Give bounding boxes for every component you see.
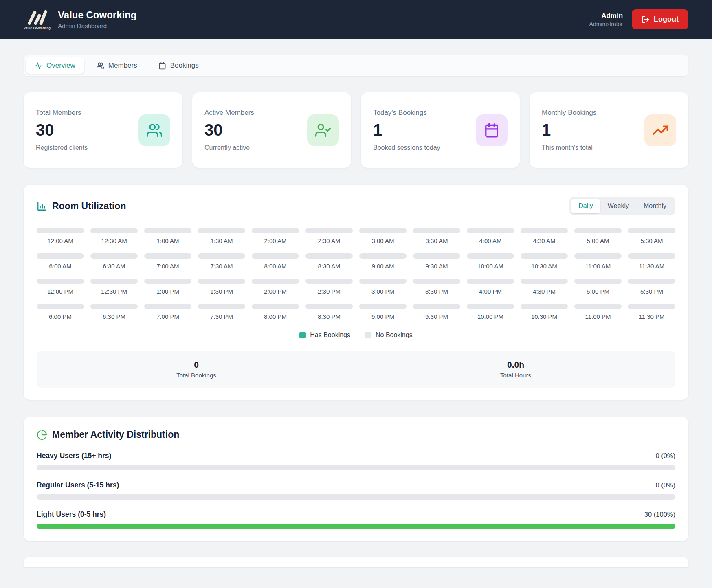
activity-row: Regular Users (5-15 hrs)0 (0%) xyxy=(37,481,675,500)
stats-row: Total Members 30 Registered clients Acti… xyxy=(24,92,688,168)
slot-time-label: 1:00 PM xyxy=(144,288,191,295)
slot-indicator xyxy=(252,253,299,259)
logout-icon xyxy=(642,15,650,24)
time-slot: 12:00 AM xyxy=(37,228,84,244)
time-slot: 2:30 PM xyxy=(305,279,353,295)
slot-indicator xyxy=(467,228,514,233)
time-slot: 5:30 PM xyxy=(628,279,675,295)
slot-time-label: 9:30 AM xyxy=(413,263,460,270)
slot-time-label: 1:00 AM xyxy=(144,237,191,244)
slot-indicator xyxy=(305,304,353,309)
time-slot: 11:30 PM xyxy=(628,304,675,320)
slot-indicator xyxy=(359,228,407,233)
activity-row: Light Users (0-5 hrs)30 (100%) xyxy=(37,510,675,529)
stat-value: 1 xyxy=(542,121,596,139)
activity-row: Heavy Users (15+ hrs)0 (0%) xyxy=(37,452,675,470)
slot-time-label: 2:30 AM xyxy=(305,237,353,244)
time-slot: 1:30 PM xyxy=(198,279,245,295)
tab-bookings[interactable]: Bookings xyxy=(149,57,208,74)
stat-subtitle: Currently active xyxy=(204,144,254,151)
tab-overview-label: Overview xyxy=(46,61,75,70)
member-activity-panel: Member Activity Distribution Heavy Users… xyxy=(24,417,688,541)
activity-progress-track xyxy=(37,465,675,470)
slot-indicator xyxy=(198,279,245,284)
slot-indicator xyxy=(198,228,245,233)
slot-indicator xyxy=(37,253,84,259)
slot-time-label: 3:30 PM xyxy=(413,288,460,295)
time-slot: 9:30 PM xyxy=(413,304,460,320)
slot-time-label: 4:30 AM xyxy=(521,237,568,244)
time-slot: 10:00 AM xyxy=(467,253,514,270)
slot-indicator xyxy=(628,253,675,259)
stat-value: 30 xyxy=(36,121,88,139)
slot-indicator xyxy=(413,304,460,309)
logout-button[interactable]: Logout xyxy=(632,9,688,29)
stat-title: Total Members xyxy=(36,109,88,117)
slot-time-label: 4:30 PM xyxy=(521,288,568,295)
view-toggle: DailyWeeklyMonthly xyxy=(569,197,675,215)
slot-time-label: 4:00 PM xyxy=(467,288,514,295)
slot-time-label: 12:00 AM xyxy=(37,237,84,244)
calendar-icon xyxy=(476,114,508,146)
slot-time-label: 8:30 AM xyxy=(305,263,353,270)
activity-rows: Heavy Users (15+ hrs)0 (0%)Regular Users… xyxy=(37,452,675,529)
time-slot: 11:00 PM xyxy=(574,304,622,320)
slot-time-label: 6:00 AM xyxy=(37,263,84,270)
time-slot: 11:00 AM xyxy=(574,253,622,270)
time-slot: 6:30 PM xyxy=(90,304,138,320)
slot-time-label: 6:00 PM xyxy=(37,313,84,320)
time-slot: 5:00 PM xyxy=(574,279,622,295)
slot-indicator xyxy=(144,228,191,233)
slot-time-label: 10:30 AM xyxy=(521,263,568,270)
slot-time-label: 11:00 AM xyxy=(574,263,622,270)
slot-time-label: 12:00 PM xyxy=(37,288,84,295)
time-slot: 8:30 AM xyxy=(305,253,353,270)
legend-has-label: Has Bookings xyxy=(310,331,350,339)
time-slot: 4:00 AM xyxy=(467,228,514,244)
tab-members[interactable]: Members xyxy=(88,57,146,74)
member-activity-title: Member Activity Distribution xyxy=(52,429,179,440)
slot-indicator xyxy=(198,304,245,309)
room-utilization-title: Room Utilization xyxy=(52,201,126,212)
stat-card-3: Monthly Bookings 1 This month's total xyxy=(530,92,688,168)
slot-indicator xyxy=(413,253,460,259)
stat-card-0: Total Members 30 Registered clients xyxy=(24,92,182,168)
utilization-legend: Has Bookings No Bookings xyxy=(37,331,675,339)
time-slot: 8:30 PM xyxy=(305,304,353,320)
stat-subtitle: This month's total xyxy=(542,144,596,151)
time-slot: 7:30 PM xyxy=(198,304,245,320)
slot-indicator xyxy=(90,304,138,309)
tab-overview[interactable]: Overview xyxy=(26,57,84,74)
slot-indicator xyxy=(305,253,353,259)
stat-value: 30 xyxy=(204,121,254,139)
time-slot: 3:30 AM xyxy=(413,228,460,244)
slot-time-label: 12:30 PM xyxy=(90,288,138,295)
trending-up-icon xyxy=(644,114,676,146)
view-monthly-button[interactable]: Monthly xyxy=(636,199,674,213)
logo-caption: Value Co-working xyxy=(24,26,51,30)
slot-indicator xyxy=(467,279,514,284)
stat-title: Active Members xyxy=(204,109,254,117)
view-daily-button[interactable]: Daily xyxy=(571,199,600,213)
partial-next-panel xyxy=(24,557,688,567)
activity-progress-fill xyxy=(37,524,675,529)
time-slot: 7:00 PM xyxy=(144,304,191,320)
slot-time-label: 9:00 PM xyxy=(359,313,407,320)
stat-subtitle: Booked sessions today xyxy=(373,144,440,151)
activity-label: Light Users (0-5 hrs) xyxy=(37,510,106,519)
logo-strokes-icon xyxy=(25,9,49,26)
time-slot: 12:00 PM xyxy=(37,279,84,295)
slot-indicator xyxy=(252,304,299,309)
view-weekly-button[interactable]: Weekly xyxy=(600,199,636,213)
slot-indicator xyxy=(305,228,353,233)
slot-indicator xyxy=(90,228,138,233)
slot-indicator xyxy=(359,253,407,259)
time-slot: 10:30 PM xyxy=(521,304,568,320)
time-slot: 10:00 PM xyxy=(467,304,514,320)
slot-indicator xyxy=(574,253,622,259)
time-slot: 6:00 PM xyxy=(37,304,84,320)
time-slot: 4:00 PM xyxy=(467,279,514,295)
slot-indicator xyxy=(574,228,622,233)
slot-indicator xyxy=(198,253,245,259)
legend-has-swatch xyxy=(299,332,306,338)
